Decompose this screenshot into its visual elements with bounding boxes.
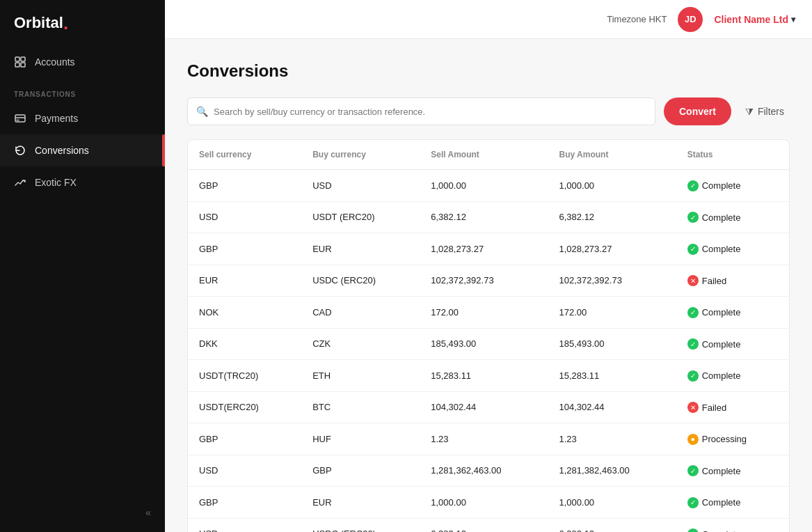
main-content: Timezone HKT JD Client Name Ltd ▾ Conver… bbox=[165, 0, 812, 532]
transactions-section-label: TRANSACTIONS bbox=[0, 78, 165, 102]
cell-buy-currency: GBP bbox=[301, 455, 420, 487]
svg-rect-0 bbox=[15, 57, 19, 61]
cell-sell-amount: 1,281,362,463.00 bbox=[420, 455, 548, 487]
sidebar-payments-label: Payments bbox=[35, 113, 78, 124]
logo-dot: . bbox=[63, 14, 68, 32]
cell-buy-amount: 185,493.00 bbox=[548, 328, 676, 360]
cell-buy-currency: USDC (ERC20) bbox=[301, 518, 420, 532]
table-row[interactable]: USDT(TRC20) ETH 15,283.11 15,283.11 ✓ Co… bbox=[188, 360, 789, 392]
status-badge: ✕ Failed bbox=[687, 402, 726, 413]
cell-sell-amount: 185,493.00 bbox=[420, 328, 548, 360]
table-row[interactable]: USD GBP 1,281,362,463.00 1,281,382,463.0… bbox=[188, 455, 789, 487]
client-name-text: Client Name Ltd bbox=[714, 14, 788, 25]
sidebar-item-payments[interactable]: Payments bbox=[0, 102, 165, 134]
cell-sell-currency: USD bbox=[188, 455, 301, 487]
status-icon: ✓ bbox=[687, 244, 699, 255]
table-row[interactable]: GBP EUR 1,028,273.27 1,028,273.27 ✓ Comp… bbox=[188, 233, 789, 265]
status-text: Complete bbox=[702, 529, 741, 533]
status-badge: ✓ Complete bbox=[687, 212, 741, 223]
status-badge: ✓ Complete bbox=[687, 180, 741, 191]
search-input[interactable] bbox=[214, 107, 646, 117]
cell-status: ✓ Complete bbox=[676, 201, 789, 233]
status-text: Complete bbox=[702, 212, 741, 223]
sidebar-exotic-fx-label: Exotic FX bbox=[35, 177, 77, 188]
status-text: Failed bbox=[702, 402, 726, 413]
filters-button[interactable]: ⧩ Filters bbox=[740, 97, 790, 125]
status-icon: ● bbox=[687, 434, 699, 445]
svg-rect-2 bbox=[15, 63, 19, 67]
status-badge: ✕ Failed bbox=[687, 275, 726, 286]
status-text: Complete bbox=[702, 370, 741, 381]
cell-buy-amount: 1,000.00 bbox=[548, 487, 676, 519]
table-row[interactable]: GBP EUR 1,000.00 1,000.00 ✓ Complete bbox=[188, 487, 789, 519]
convert-button[interactable]: Convert bbox=[664, 97, 731, 125]
col-buy-currency: Buy currency bbox=[301, 140, 420, 170]
cell-buy-amount: 1,000.00 bbox=[548, 170, 676, 202]
cell-buy-amount: 1.23 bbox=[548, 423, 676, 455]
sidebar-collapse-button[interactable]: « bbox=[0, 507, 165, 518]
cell-sell-amount: 1,028,273.27 bbox=[420, 233, 548, 265]
cell-buy-currency: HUF bbox=[301, 423, 420, 455]
status-text: Complete bbox=[702, 466, 741, 476]
status-badge: ✓ Complete bbox=[687, 307, 741, 318]
cell-sell-currency: GBP bbox=[188, 170, 301, 202]
cell-buy-amount: 104,302.44 bbox=[548, 391, 676, 423]
search-container: 🔍 bbox=[187, 97, 655, 125]
cell-status: ✓ Complete bbox=[676, 297, 789, 329]
status-icon: ✓ bbox=[687, 529, 699, 532]
logo-text: Orbital bbox=[14, 14, 63, 32]
sidebar-item-conversions[interactable]: Conversions bbox=[0, 134, 165, 166]
trend-icon bbox=[14, 176, 26, 189]
svg-rect-3 bbox=[21, 63, 25, 67]
search-icon: 🔍 bbox=[196, 106, 208, 117]
svg-rect-4 bbox=[15, 115, 25, 122]
status-text: Failed bbox=[702, 276, 726, 286]
table-row[interactable]: USD USDC (ERC20) 6,382.12 6,382.12 ✓ Com… bbox=[188, 518, 789, 532]
status-icon: ✕ bbox=[687, 402, 699, 413]
cell-buy-currency: EUR bbox=[301, 233, 420, 265]
table-row[interactable]: DKK CZK 185,493.00 185,493.00 ✓ Complete bbox=[188, 328, 789, 360]
sidebar-accounts-label: Accounts bbox=[35, 56, 75, 68]
cell-buy-amount: 102,372,392.73 bbox=[548, 265, 676, 297]
cell-sell-currency: DKK bbox=[188, 328, 301, 360]
cell-sell-currency: GBP bbox=[188, 487, 301, 519]
table-row[interactable]: GBP HUF 1.23 1.23 ● Processing bbox=[188, 423, 789, 455]
card-icon bbox=[14, 112, 26, 125]
status-badge: ✓ Complete bbox=[687, 529, 741, 532]
cell-sell-currency: USD bbox=[188, 201, 301, 233]
cell-buy-currency: USDC (ERC20) bbox=[301, 265, 420, 297]
cell-buy-amount: 172.00 bbox=[548, 297, 676, 329]
cell-sell-amount: 102,372,392.73 bbox=[420, 265, 548, 297]
client-name[interactable]: Client Name Ltd ▾ bbox=[714, 14, 795, 25]
cell-sell-amount: 172.00 bbox=[420, 297, 548, 329]
status-text: Processing bbox=[702, 434, 747, 444]
cell-sell-amount: 6,382.12 bbox=[420, 518, 548, 532]
cell-status: ● Processing bbox=[676, 423, 789, 455]
cell-buy-currency: CZK bbox=[301, 328, 420, 360]
avatar: JD bbox=[678, 7, 703, 32]
table-row[interactable]: USD USDT (ERC20) 6,382.12 6,382.12 ✓ Com… bbox=[188, 201, 789, 233]
col-sell-amount: Sell Amount bbox=[420, 140, 548, 170]
table-row[interactable]: NOK CAD 172.00 172.00 ✓ Complete bbox=[188, 297, 789, 329]
status-text: Complete bbox=[702, 180, 741, 191]
status-badge: ✓ Complete bbox=[687, 244, 741, 255]
cell-buy-currency: USD bbox=[301, 170, 420, 202]
sidebar-item-accounts[interactable]: Accounts bbox=[0, 46, 165, 78]
cell-sell-currency: USD bbox=[188, 518, 301, 532]
status-icon: ✕ bbox=[687, 275, 699, 286]
content-area: Conversions 🔍 Convert ⧩ Filters Sell cur… bbox=[165, 39, 812, 532]
status-icon: ✓ bbox=[687, 338, 699, 350]
sidebar-item-exotic-fx[interactable]: Exotic FX bbox=[0, 166, 165, 198]
cell-buy-currency: CAD bbox=[301, 297, 420, 329]
cell-buy-amount: 6,382.12 bbox=[548, 518, 676, 532]
cell-buy-currency: USDT (ERC20) bbox=[301, 201, 420, 233]
table-row[interactable]: GBP USD 1,000.00 1,000.00 ✓ Complete bbox=[188, 170, 789, 202]
table-row[interactable]: USDT(ERC20) BTC 104,302.44 104,302.44 ✕ … bbox=[188, 391, 789, 423]
table-row[interactable]: EUR USDC (ERC20) 102,372,392.73 102,372,… bbox=[188, 265, 789, 297]
refresh-icon bbox=[14, 144, 26, 157]
col-buy-amount: Buy Amount bbox=[548, 140, 676, 170]
cell-sell-currency: USDT(TRC20) bbox=[188, 360, 301, 392]
cell-sell-amount: 6,382.12 bbox=[420, 201, 548, 233]
filters-label: Filters bbox=[758, 106, 784, 117]
table-header-row: Sell currency Buy currency Sell Amount B… bbox=[188, 140, 789, 170]
